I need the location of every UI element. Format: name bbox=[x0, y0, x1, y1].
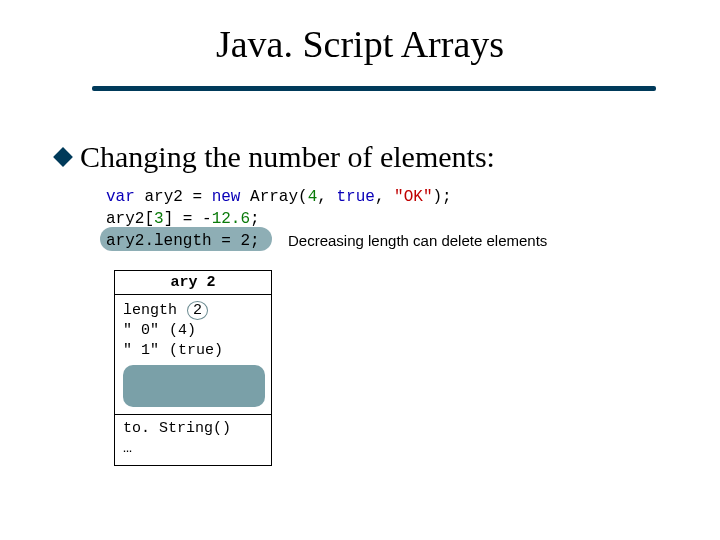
object-diagram: ary 2 length 2 " 0" (4) " 1" (true) to. … bbox=[114, 270, 272, 466]
bullet-text: Changing the number of elements: bbox=[80, 140, 495, 174]
code-text: , bbox=[375, 188, 394, 206]
prop-key: length bbox=[123, 301, 177, 321]
title-underline bbox=[92, 86, 656, 91]
code-text: ( bbox=[298, 188, 308, 206]
circled-value: 2 bbox=[187, 301, 208, 320]
code-text: ; bbox=[250, 210, 260, 228]
code-text: , bbox=[317, 188, 336, 206]
bullet-row: Changing the number of elements: bbox=[56, 140, 495, 174]
code-block: var ary2 = new Array(4, true, "OK"); ary… bbox=[106, 186, 452, 230]
code-number: 3 bbox=[154, 210, 164, 228]
object-properties: length 2 " 0" (4) " 1" (true) bbox=[115, 295, 271, 415]
code-text: ] = - bbox=[164, 210, 212, 228]
code-ident: ary2 bbox=[144, 188, 182, 206]
code-text bbox=[240, 188, 250, 206]
code-line-3: ary2.length = 2; bbox=[106, 230, 260, 252]
deleted-overlay bbox=[123, 365, 265, 407]
code-ident: Array bbox=[250, 188, 298, 206]
code-number: 12.6 bbox=[212, 210, 250, 228]
code-text: ary2.length = 2; bbox=[106, 232, 260, 250]
table-row: length 2 bbox=[123, 301, 263, 321]
code-keyword: true bbox=[337, 188, 375, 206]
prop-val: (4) bbox=[169, 321, 196, 341]
prop-val: 2 bbox=[187, 301, 208, 321]
code-keyword: var bbox=[106, 188, 135, 206]
prop-key: " 1" bbox=[123, 341, 159, 361]
object-name: ary 2 bbox=[115, 271, 271, 295]
prop-key: " 0" bbox=[123, 321, 159, 341]
code-text: ); bbox=[433, 188, 452, 206]
code-number: 4 bbox=[308, 188, 318, 206]
code-string: "OK" bbox=[394, 188, 432, 206]
table-row: " 1" (true) bbox=[123, 341, 263, 361]
page-title: Java. Script Arrays bbox=[216, 22, 504, 66]
slide: Java. Script Arrays Changing the number … bbox=[0, 0, 720, 540]
object-methods: to. String() … bbox=[115, 415, 271, 465]
table-row: " 0" (4) bbox=[123, 321, 263, 341]
method-row: … bbox=[123, 439, 263, 459]
code-text: = bbox=[183, 188, 212, 206]
code-keyword: new bbox=[212, 188, 241, 206]
code-ident: ary2[ bbox=[106, 210, 154, 228]
prop-val: (true) bbox=[169, 341, 223, 361]
method-row: to. String() bbox=[123, 419, 263, 439]
annotation-text: Decreasing length can delete elements bbox=[288, 232, 547, 249]
title-wrap: Java. Script Arrays bbox=[0, 22, 720, 66]
code-text bbox=[135, 188, 145, 206]
diamond-bullet-icon bbox=[53, 147, 73, 167]
